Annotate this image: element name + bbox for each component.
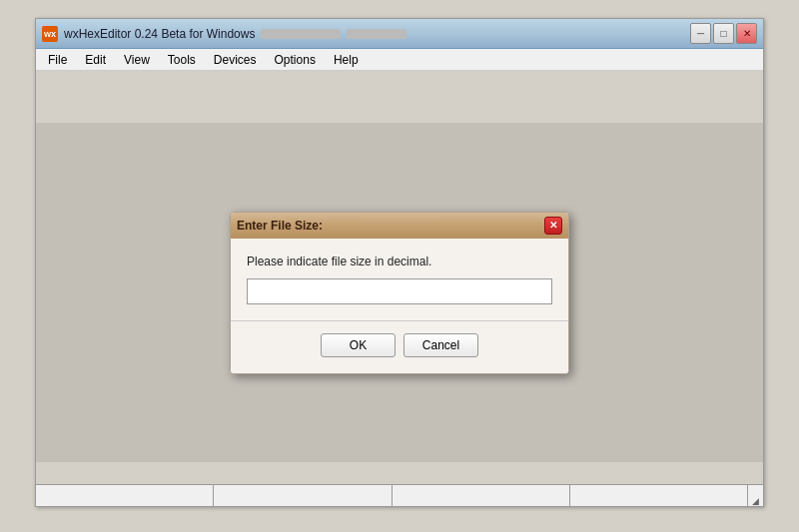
menu-edit[interactable]: Edit	[77, 51, 114, 69]
status-segment-3	[393, 485, 570, 506]
dialog-body: Please indicate file size in decimal. OK…	[231, 239, 568, 373]
dialog-separator	[231, 320, 568, 321]
menu-help[interactable]: Help	[326, 51, 367, 69]
dialog-close-button[interactable]: ✕	[544, 217, 562, 235]
menu-options[interactable]: Options	[267, 51, 324, 69]
status-segment-2	[214, 485, 392, 506]
ok-button[interactable]: OK	[321, 333, 396, 357]
status-segment-4	[570, 485, 748, 506]
status-bar: ◢	[36, 484, 763, 506]
title-bar: wx wxHexEditor 0.24 Beta for Windows ─ □…	[36, 19, 763, 49]
menu-bar: File Edit View Tools Devices Options Hel…	[36, 49, 763, 71]
menu-view[interactable]: View	[116, 51, 158, 69]
close-button[interactable]: ✕	[736, 23, 757, 44]
app-icon: wx	[42, 26, 58, 42]
dialog-buttons: OK Cancel	[247, 333, 552, 361]
dialog-title: Enter File Size:	[237, 219, 323, 233]
status-resize-grip: ◢	[748, 485, 763, 506]
maximize-button[interactable]: □	[713, 23, 734, 44]
dialog-message: Please indicate file size in decimal.	[247, 255, 552, 268]
content-area: Enter File Size: ✕ Please indicate file …	[36, 71, 763, 484]
status-segment-1	[36, 485, 214, 506]
cancel-button[interactable]: Cancel	[403, 333, 478, 357]
dialog-title-bar: Enter File Size: ✕	[231, 213, 568, 239]
menu-tools[interactable]: Tools	[160, 51, 204, 69]
redacted-1	[261, 29, 341, 39]
menu-file[interactable]: File	[40, 51, 75, 69]
title-bar-left: wx wxHexEditor 0.24 Beta for Windows	[42, 26, 406, 42]
file-size-input[interactable]	[247, 278, 552, 304]
dialog-overlay: Enter File Size: ✕ Please indicate file …	[36, 123, 763, 462]
minimize-button[interactable]: ─	[690, 23, 711, 44]
menu-devices[interactable]: Devices	[206, 51, 265, 69]
main-window: wx wxHexEditor 0.24 Beta for Windows ─ □…	[35, 18, 764, 507]
redacted-2	[347, 29, 406, 39]
window-controls: ─ □ ✕	[690, 23, 757, 44]
window-title: wxHexEditor 0.24 Beta for Windows	[64, 27, 255, 41]
enter-file-size-dialog: Enter File Size: ✕ Please indicate file …	[230, 212, 569, 374]
